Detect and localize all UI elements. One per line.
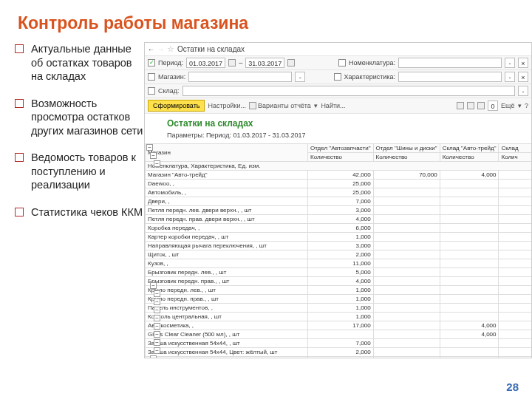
mail-icon[interactable] [477, 102, 485, 109]
col-header: Склад [499, 144, 532, 153]
table-row[interactable]: Консоль центральная, , шт1,000 [146, 313, 533, 321]
dash: – [239, 59, 242, 66]
table-row[interactable]: Крыло передн. прав., , шт1,000 [146, 295, 533, 304]
expand-toggle[interactable]: − [154, 315, 160, 321]
expand-toggle[interactable]: − [154, 160, 160, 167]
app-window: ← → ☆ Остатки на складах Период: 01.03.2… [144, 42, 532, 358]
close-btn[interactable]: × [518, 72, 528, 82]
slide-title: Контроль работы магазина [0, 0, 532, 33]
table-row[interactable]: Замша искусственная 54x44, Цвет: зелёный… [146, 357, 533, 359]
report-params: Параметры: Период: 01.03.2017 - 31.03.20… [145, 130, 531, 143]
table-row[interactable]: Кузов, ,11,000 [146, 259, 533, 268]
col-subheader: Количество [308, 153, 374, 162]
nomen-label: Номенклатура: [349, 59, 395, 66]
variants-button[interactable]: Варианты отчёта ▾ [249, 102, 318, 109]
nomen-input[interactable] [398, 58, 502, 68]
table-row[interactable]: Брызговик передн. прав., , шт4,000 [146, 277, 533, 286]
table-row[interactable]: Брызговик передн. лев., , шт5,000 [146, 268, 533, 277]
col-subheader: Количество [373, 153, 440, 162]
expand-toggle[interactable]: − [154, 299, 160, 305]
table-row[interactable]: Двери, ,7,000 [146, 197, 533, 206]
gear-icon [249, 102, 256, 109]
date-from-input[interactable]: 01.03.2017 [186, 58, 225, 68]
back-icon[interactable]: ← [148, 46, 154, 53]
table-row[interactable]: Коробка передач, ,6,000 [146, 224, 533, 233]
table-row[interactable]: Замша искусственная 54x44, Цвет: жёлтый,… [146, 348, 533, 357]
table-row[interactable]: Петля передн. лев. двери верхн., , шт3,0… [146, 206, 533, 215]
table-row[interactable]: Картер коробки передач, , шт1,000 [146, 233, 533, 242]
expand-toggle[interactable]: − [154, 331, 160, 338]
find-button[interactable]: Найти... [321, 102, 345, 109]
calendar-icon[interactable] [287, 59, 295, 66]
char-checkbox[interactable] [334, 73, 341, 81]
table-row[interactable]: Крыло передн. лев., , шт1,000 [146, 286, 533, 295]
col-header-2: Номенклатура, Характеристика, Ед. изм. [146, 162, 533, 171]
expand-toggle[interactable]: − [150, 152, 157, 159]
table-row[interactable]: Магазин "Авто-трейд"42,00070,0004,000 [146, 171, 533, 180]
tab-title: Остатки на складах [177, 45, 245, 53]
stock-input[interactable] [183, 86, 515, 96]
col-header: Склад "Авто-трейд" [440, 144, 499, 153]
page-number: 28 [506, 381, 519, 393]
print-icon[interactable] [467, 102, 474, 109]
shop-input[interactable] [188, 72, 292, 82]
table-row[interactable]: Направляющая рычага переключения, , шт3,… [146, 242, 533, 250]
bullet-item: Актуальные данные об остатках товаров на… [15, 42, 144, 83]
more-button[interactable]: Ещё ▾ [501, 102, 522, 109]
forward-icon[interactable]: → [157, 46, 164, 53]
calendar-icon[interactable] [228, 59, 236, 66]
form-button[interactable]: Сформировать [148, 100, 205, 112]
clear-btn[interactable]: - [295, 72, 305, 82]
settings-button[interactable]: Настройки... [208, 102, 246, 109]
table-row[interactable]: Щиток, , шт2,000 [146, 250, 533, 259]
table-row[interactable]: Автокосметика, ,17,0004,000 [146, 321, 533, 330]
report-title: Остатки на складах [145, 114, 531, 130]
clear-btn[interactable]: - [505, 72, 515, 82]
period-checkbox[interactable] [148, 59, 155, 66]
expand-toggle[interactable]: − [154, 323, 160, 330]
col-header: Отдел "Шины и диски" [373, 144, 440, 153]
close-btn[interactable]: × [518, 58, 528, 68]
stock-checkbox[interactable] [148, 87, 155, 95]
filter-row-1: Период: 01.03.2017 – 31.03.2017 Номенкла… [145, 56, 531, 70]
bullet-item: Возможность просмотра остатков других ма… [15, 97, 144, 138]
table-row[interactable]: Панель инструментов, ,1,000 [146, 304, 533, 313]
expand-toggle[interactable]: − [154, 347, 160, 354]
col-subheader: Количество [440, 153, 499, 162]
table-row[interactable]: Daewoo, ,25,000 [146, 180, 533, 188]
char-input[interactable] [398, 72, 502, 82]
expand-toggle[interactable]: − [150, 282, 157, 289]
stock-label: Склад: [158, 87, 180, 95]
filter-row-2: Магазин: - Характеристика: - × [145, 70, 531, 84]
table-row[interactable]: Glass Clear Cleaner (500 мл), , шт4,000 [146, 330, 533, 339]
bullet-list: Актуальные данные об остатках товаров на… [15, 42, 144, 358]
filter-row-3: Склад: - [145, 84, 531, 98]
nomen-checkbox[interactable] [338, 59, 346, 66]
star-icon[interactable]: ☆ [167, 44, 174, 54]
expand-toggle[interactable]: − [154, 339, 160, 346]
clear-btn[interactable]: - [518, 86, 528, 96]
col-subheader: Колич [499, 153, 532, 162]
table-row[interactable]: Замша искусственная 54x44, , шт7,000 [146, 339, 533, 348]
window-titlebar: ← → ☆ Остатки на складах [145, 43, 531, 56]
expand-toggle[interactable]: − [154, 290, 160, 297]
spinner[interactable]: 0 [488, 100, 498, 111]
expand-toggle[interactable]: − [150, 355, 157, 358]
bullet-item: Ведомость товаров к поступлению и реализ… [15, 151, 144, 192]
table-row[interactable]: Петля передн. прав. двери верхн., , шт4,… [146, 215, 533, 224]
char-label: Характеристика: [344, 73, 395, 81]
shop-checkbox[interactable] [148, 73, 155, 81]
clear-btn[interactable]: - [505, 58, 515, 68]
expand-toggle[interactable]: − [146, 144, 153, 151]
bullet-item: Статистика чеков ККМ [15, 205, 144, 219]
table-row[interactable]: Автомобиль, ,25,000 [146, 188, 533, 197]
report-grid: Магазин Отдел "Автозапчасти" Отдел "Шины… [145, 143, 532, 358]
help-button[interactable]: ? [525, 102, 528, 109]
shop-label: Магазин: [158, 73, 185, 81]
expand-toggle[interactable]: − [154, 307, 160, 313]
table-icon[interactable] [457, 102, 464, 109]
date-to-input[interactable]: 31.03.2017 [245, 58, 284, 68]
period-label: Период: [158, 59, 183, 66]
action-toolbar: Сформировать Настройки... Варианты отчёт… [145, 98, 531, 114]
col-header: Магазин [146, 144, 308, 162]
